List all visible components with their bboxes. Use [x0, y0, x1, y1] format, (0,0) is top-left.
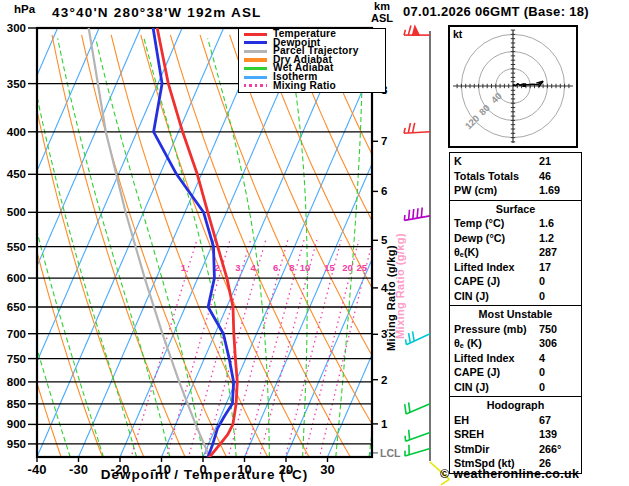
station-title: 43°40'N 280°38'W 192m ASL: [52, 5, 262, 20]
wet-adiabat-line: [26, 38, 137, 457]
pressure-tick-label: 650: [7, 301, 26, 313]
panel-row-value: 0: [539, 289, 581, 304]
pressure-tick-label: 300: [7, 22, 26, 34]
mixing-ratio-value-label: 25: [356, 262, 367, 273]
wet-adiabat-line: [336, 38, 363, 457]
legend-swatch-solid: [244, 76, 267, 79]
panel-row: Temp (°C)1.6: [450, 216, 581, 231]
panel-row-label: CIN (J): [454, 289, 539, 304]
legend: TemperatureDewpointParcel TrajectoryDry …: [238, 28, 386, 93]
panel-row: CIN (J)0: [450, 289, 581, 304]
hodograph-unit-label: kt: [453, 28, 462, 40]
panel-section: K21Totals Totals46PW (cm)1.69: [450, 153, 581, 200]
run-datetime: 07.01.2026 06GMT (Base: 18): [403, 4, 589, 19]
wet-adiabat-line: [96, 38, 203, 457]
panel-row-value: 67: [539, 413, 581, 428]
legend-swatch-solid: [244, 41, 267, 44]
mixing-ratio-value-label: 6: [273, 262, 278, 273]
lcl-label: LCL: [380, 447, 401, 459]
panel-row-label: θₑ(K): [454, 245, 539, 260]
panel-section: SurfaceTemp (°C)1.6Dewp (°C)1.2θₑ(K)287L…: [450, 200, 581, 306]
legend-item-label: Mixing Ratio: [273, 82, 336, 91]
mixing-ratio-value-label: 4: [251, 262, 257, 273]
panel-row-label: CAPE (J): [454, 365, 539, 380]
panel-section-title: Most Unstable: [450, 307, 581, 322]
panel-row-label: StmDir: [454, 442, 539, 457]
legend-swatch-solid: [244, 33, 267, 36]
mixing-ratio-axis-label: Mixing Ratio (g/kg): [385, 245, 397, 351]
panel-row: Pressure (mb)750: [450, 322, 581, 337]
panel-row-label: Totals Totals: [454, 169, 539, 184]
panel-row-label: Lifted Index: [454, 260, 539, 275]
panel-row-value: 266°: [539, 442, 581, 457]
panel-row-value: 0: [539, 365, 581, 380]
panel-section-title: Surface: [450, 202, 581, 217]
panel-row: SREH139: [450, 427, 581, 442]
altitude-unit-asl: ASL: [366, 13, 398, 25]
panel-row-value: 4: [539, 351, 581, 366]
wind-barb: [404, 208, 430, 221]
isotherm-line: [0, 28, 182, 457]
pressure-tick-label: 450: [7, 168, 26, 180]
panel-row-value: 1.69: [539, 183, 581, 198]
altitude-unit-km: km: [366, 1, 398, 13]
credit-watermark: © weatheronline.co.uk: [440, 467, 579, 481]
panel-row-label: SREH: [454, 427, 539, 442]
panel-row: Totals Totals46: [450, 169, 581, 184]
panel-row-label: Dewp (°C): [454, 231, 539, 246]
panel-row: Lifted Index4: [450, 351, 581, 366]
panel-row-value: 0: [539, 380, 581, 395]
wind-barb: [404, 26, 430, 36]
legend-swatch-dotted: [244, 84, 267, 87]
panel-row: Lifted Index17: [450, 260, 581, 275]
pressure-tick-label: 850: [7, 398, 26, 410]
dry-adiabat-line: [259, 35, 474, 457]
skewt-sounding-screenshot: 3003504004505005506006507007508008509009…: [0, 0, 629, 486]
panel-row: K21: [450, 154, 581, 169]
km-tick-label: 2: [381, 374, 387, 386]
km-tick-label: 7: [381, 135, 387, 147]
mixing-ratio-value-label: 10: [300, 262, 311, 273]
wet-adiabat-line: [0, 38, 4, 457]
pressure-tick-label: 900: [7, 418, 26, 430]
panel-row-label: EH: [454, 413, 539, 428]
km-tick-label: 6: [381, 185, 387, 197]
dewpoint-curve: [153, 28, 234, 457]
panel-section: HodographEH67SREH139StmDir266°StmSpd (kt…: [450, 396, 581, 473]
dry-adiabat-line: [141, 35, 309, 457]
legend-swatch-solid: [244, 50, 267, 53]
panel-row-label: CIN (J): [454, 380, 539, 395]
dry-adiabat-line: [200, 35, 392, 457]
panel-row: CIN (J)0: [450, 380, 581, 395]
panel-row-value: 1.6: [539, 216, 581, 231]
panel-row-label: θₑ (K): [454, 336, 539, 351]
wind-barb: [404, 123, 430, 133]
panel-row: θₑ (K)306: [450, 336, 581, 351]
panel-section: Most UnstablePressure (mb)750θₑ (K)306Li…: [450, 305, 581, 396]
pressure-tick-label: 750: [7, 353, 26, 365]
pressure-tick-label: 800: [7, 376, 26, 388]
pressure-axis-unit: hPa: [14, 3, 35, 15]
panel-row: PW (cm)1.69: [450, 183, 581, 198]
panel-row-value: 0: [539, 274, 581, 289]
pressure-tick-label: 350: [7, 78, 26, 90]
temperature-axis-label: Dewpoint / Temperature (°C): [37, 467, 372, 482]
panel-row-value: 17: [539, 260, 581, 275]
panel-row: θₑ(K)287: [450, 245, 581, 260]
mixing-ratio-value-label: 1: [181, 262, 187, 273]
pressure-tick-label: 950: [7, 438, 26, 450]
wet-adiabat-line: [287, 38, 307, 457]
panel-row-label: PW (cm): [454, 183, 539, 198]
wind-barb: [405, 430, 430, 442]
mixing-ratio-value-label: 8: [289, 262, 294, 273]
panel-row-value: 1.2: [539, 231, 581, 246]
pressure-tick-label: 700: [7, 328, 26, 340]
panel-row: CAPE (J)0: [450, 274, 581, 289]
panel-row-label: Temp (°C): [454, 216, 539, 231]
panel-row: CAPE (J)0: [450, 365, 581, 380]
panel-row-value: 46: [539, 169, 581, 184]
panel-row-value: 750: [539, 322, 581, 337]
wind-barb: [405, 445, 430, 456]
mixing-ratio-value-label: 20: [342, 262, 353, 273]
panel-row-label: CAPE (J): [454, 274, 539, 289]
